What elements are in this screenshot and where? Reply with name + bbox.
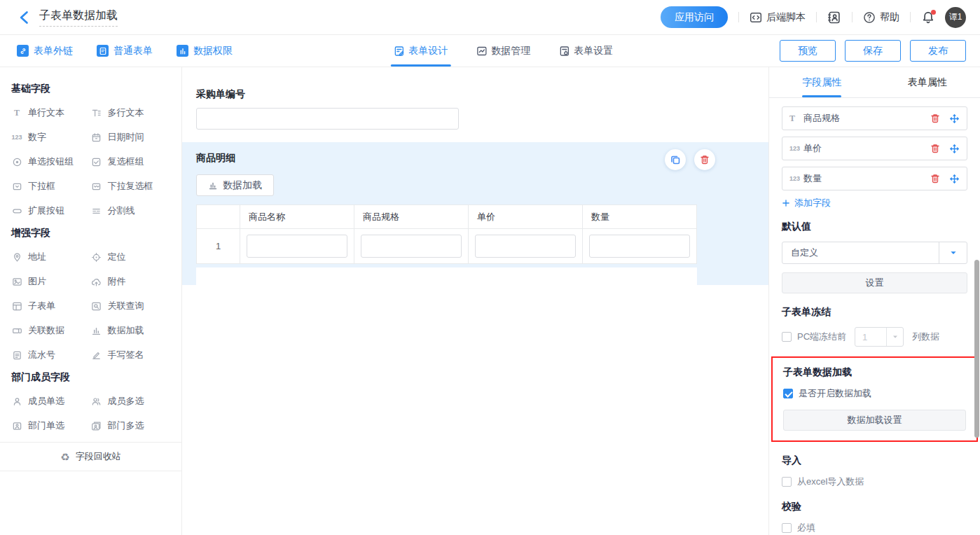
required-checkbox[interactable] (782, 523, 792, 533)
palette-item-member-multi[interactable]: 成员多选 (91, 395, 171, 408)
panel-scrollbar[interactable] (974, 260, 979, 438)
delete-field-icon[interactable] (930, 143, 941, 154)
save-button[interactable]: 保存 (845, 40, 901, 62)
back-icon[interactable] (17, 10, 32, 25)
excel-import-checkbox[interactable] (782, 477, 792, 487)
normal-form-button[interactable]: 普通表单 (97, 45, 153, 57)
panel-tabs: 字段属性 表单属性 (769, 67, 980, 98)
data-permission-button[interactable]: 数据权限 (177, 45, 233, 57)
notification-bell-icon[interactable] (921, 11, 935, 25)
palette-item-label: 手写签名 (108, 349, 144, 361)
palette-item-label: 多行文本 (108, 106, 144, 119)
palette-item-divider[interactable]: 分割线 (91, 204, 171, 217)
divider-icon (91, 205, 102, 216)
tab-data-manage[interactable]: 数据管理 (476, 35, 530, 67)
palette-item-subform[interactable]: 子表单 (11, 300, 91, 312)
field-row-label: 商品规格 (803, 112, 840, 125)
move-field-icon[interactable] (949, 113, 960, 124)
data-load-settings-button[interactable]: 数据加载设置 (783, 410, 966, 431)
subform-goods-detail[interactable]: 商品明细 数据加载 商品名称 商品规格 单价 (182, 142, 768, 285)
default-value-select[interactable]: 自定义 (782, 242, 967, 264)
help-button[interactable]: 帮助 (863, 11, 899, 24)
palette-item-signature[interactable]: 手写签名 (91, 349, 171, 361)
palette-item-data-load[interactable]: 数据加载 (91, 324, 171, 337)
palette-item-radio-group[interactable]: 单选按钮组 (11, 155, 91, 168)
freeze-count-select[interactable]: 1 (855, 327, 904, 347)
enable-data-load-row: 是否开启数据加载 (783, 387, 966, 400)
delete-field-icon[interactable] (930, 113, 941, 124)
field-row-goods-spec[interactable]: T 商品规格 (782, 106, 967, 130)
plus-icon (782, 199, 790, 207)
palette-item-number[interactable]: 123数字 (11, 131, 91, 144)
palette-item-locate[interactable]: 定位 (91, 251, 171, 263)
move-field-icon[interactable] (949, 174, 960, 184)
palette-item-dept-single[interactable]: 部门单选 (11, 419, 91, 432)
tab-form-design[interactable]: 表单设计 (393, 35, 448, 67)
palette-item-multi-line-text[interactable]: 多行文本 (91, 106, 171, 119)
palette-item-label: 附件 (108, 275, 126, 288)
palette-item-attachment[interactable]: 附件 (91, 275, 171, 288)
default-value-set-button[interactable]: 设置 (782, 272, 967, 293)
goods-name-input[interactable] (247, 235, 347, 258)
field-row-quantity[interactable]: 123 数量 (782, 167, 967, 190)
palette-item-datetime[interactable]: 日期时间 (91, 131, 171, 144)
form-external-link-button[interactable]: 表单外链 (17, 45, 73, 57)
help-label: 帮助 (880, 11, 899, 24)
header-divider (738, 12, 739, 22)
purchase-no-input[interactable] (196, 108, 459, 130)
table-row: 1 (197, 229, 696, 264)
quantity-input[interactable] (589, 235, 690, 258)
enable-data-load-checkbox[interactable] (783, 389, 793, 398)
tab-field-properties[interactable]: 字段属性 (769, 67, 875, 97)
tab-form-setting[interactable]: 表单设置 (558, 35, 613, 67)
palette-item-single-line-text[interactable]: T单行文本 (11, 106, 91, 119)
avatar[interactable]: 谭1 (945, 7, 966, 28)
dept-multi-icon (91, 420, 102, 431)
app-access-button[interactable]: 应用访问 (661, 6, 728, 28)
freeze-checkbox[interactable] (782, 332, 792, 342)
page-title[interactable]: 子表单数据加载 (39, 8, 118, 27)
palette-item-select[interactable]: 下拉框 (11, 180, 91, 193)
preview-button[interactable]: 预览 (780, 40, 836, 62)
dept-single-icon (11, 420, 22, 431)
palette-item-serial-number[interactable]: 流水号 (11, 349, 91, 361)
import-title: 导入 (782, 454, 967, 467)
tab-form-properties[interactable]: 表单属性 (875, 67, 980, 97)
add-field-button[interactable]: 添加字段 (782, 197, 967, 209)
trash-icon[interactable] (694, 149, 715, 170)
move-field-icon[interactable] (949, 144, 960, 154)
palette-item-label: 成员多选 (108, 395, 144, 408)
field-recycle-bin-button[interactable]: ♻ 字段回收站 (11, 443, 170, 471)
palette-item-label: 流水号 (28, 349, 55, 361)
copy-icon[interactable] (665, 149, 686, 170)
palette-item-label: 数据加载 (108, 324, 144, 337)
unit-price-input[interactable] (475, 235, 576, 258)
palette-item-checkbox-group[interactable]: 复选框组 (91, 155, 171, 168)
palette-item-related-query[interactable]: 关联查询 (91, 300, 171, 312)
palette-item-image[interactable]: 图片 (11, 275, 91, 288)
palette-item-multi-select[interactable]: 下拉复选框 (91, 180, 171, 193)
tab-form-setting-label: 表单设置 (574, 45, 613, 57)
goods-spec-input[interactable] (361, 235, 462, 258)
palette-item-expand-button[interactable]: 扩展按钮 (11, 204, 91, 217)
notification-dot (931, 10, 936, 15)
palette-item-dept-multi[interactable]: 部门多选 (91, 419, 171, 432)
data-load-button[interactable]: 数据加载 (196, 174, 274, 196)
subform-footer-strip (196, 268, 697, 285)
palette-item-related-data[interactable]: 关联数据 (11, 324, 91, 337)
chevron-down-icon (939, 242, 967, 263)
number-icon: 123 (789, 175, 803, 182)
add-field-label: 添加字段 (794, 197, 831, 209)
header-divider (816, 12, 817, 22)
palette-item-address[interactable]: 地址 (11, 251, 91, 263)
delete-field-icon[interactable] (930, 173, 941, 184)
basic-fields-grid: T单行文本 多行文本 123数字 日期时间 单选按钮组 复选框组 下拉框 下拉复… (11, 106, 170, 217)
palette-item-member-single[interactable]: 成员单选 (11, 395, 91, 408)
field-row-unit-price[interactable]: 123 单价 (782, 137, 967, 160)
contact-card-icon[interactable] (827, 11, 841, 25)
field-purchase-no[interactable]: 采购单编号 (182, 67, 768, 142)
backend-script-button[interactable]: 后端脚本 (750, 11, 806, 24)
cell-unit-price (469, 229, 583, 264)
publish-button[interactable]: 发布 (910, 40, 966, 62)
cell-goods-name (240, 229, 354, 264)
